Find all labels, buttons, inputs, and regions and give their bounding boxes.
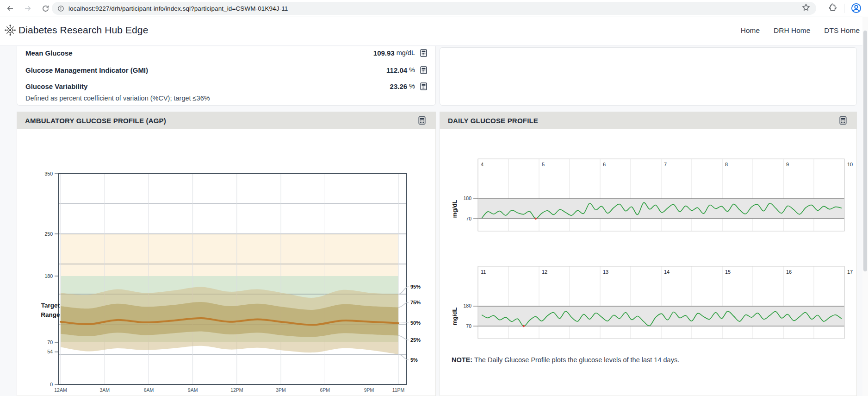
svg-text:4: 4 <box>481 162 484 167</box>
agp-target-range-label: TargetRange <box>41 302 60 318</box>
strip-y-axis: 18070 <box>463 195 478 221</box>
forward-icon[interactable] <box>21 2 34 15</box>
svg-text:5: 5 <box>542 162 545 167</box>
metric-row-gmi: Glucose Management Indicator (GMI) 112.0… <box>25 64 428 76</box>
calculator-icon[interactable] <box>419 66 428 75</box>
strip-low-glucose-marker <box>523 325 525 327</box>
calculator-icon[interactable] <box>417 116 427 125</box>
svg-text:10: 10 <box>847 162 853 167</box>
extensions-icon[interactable] <box>828 3 837 12</box>
svg-text:180: 180 <box>463 303 471 308</box>
metric-unit: % <box>409 82 415 90</box>
glucose-metrics-card: Mean Glucose 109.93 mg/dL Glucose Manage… <box>17 46 436 106</box>
svg-text:180: 180 <box>463 195 471 201</box>
page-scrollbar[interactable] <box>862 17 868 396</box>
nav-home[interactable]: Home <box>741 26 760 35</box>
site-header: Diabetes Research Hub Edge Home DRH Home… <box>0 17 868 45</box>
bookmark-star-icon[interactable] <box>801 3 811 12</box>
svg-text:180: 180 <box>44 273 53 279</box>
metric-unit: mg/dL <box>397 49 415 57</box>
svg-text:9AM: 9AM <box>188 387 198 393</box>
svg-text:9PM: 9PM <box>364 387 374 393</box>
metric-value: 112.04 <box>386 66 407 74</box>
svg-text:8: 8 <box>725 162 728 167</box>
agp-band-25-75 <box>61 302 398 337</box>
agp-y-axis-labels: 35025018070540 <box>44 171 58 387</box>
svg-text:250: 250 <box>44 231 53 237</box>
site-info-icon[interactable] <box>57 5 64 12</box>
daily-note: NOTE: The Daily Glucose Profile plots th… <box>452 356 679 364</box>
metric-label: Mean Glucose <box>25 49 73 57</box>
svg-text:70: 70 <box>47 339 53 345</box>
agp-section-body: 3502501807054012AM3AM6AM9AM12PM3PM6PM9PM… <box>17 129 436 396</box>
svg-text:11: 11 <box>481 269 486 275</box>
svg-text:11PM: 11PM <box>392 387 405 393</box>
svg-text:350: 350 <box>44 171 53 176</box>
svg-text:17: 17 <box>847 269 853 275</box>
toolbar-divider <box>844 4 844 13</box>
metric-unit: % <box>409 66 415 74</box>
daily-section-title: DAILY GLUCOSE PROFILE <box>448 117 538 125</box>
svg-text:3AM: 3AM <box>99 387 110 393</box>
strip-y-axis-title: mg/dL <box>451 200 458 218</box>
daily-section-body: 4567891018070mg/dL 1112131415161718070mg… <box>440 129 857 396</box>
metric-label: Glucose Management Indicator (GMI) <box>25 66 148 74</box>
svg-text:14: 14 <box>664 269 670 275</box>
strip-gridlines: 11121314151617 <box>478 266 853 339</box>
svg-text:12AM: 12AM <box>54 387 67 393</box>
variability-footnote: Defined as percent coefficient of variat… <box>25 94 210 102</box>
main-nav: Home DRH Home DTS Home <box>741 26 860 35</box>
scrollbar-thumb[interactable] <box>863 31 867 271</box>
svg-text:Target: Target <box>41 302 60 309</box>
metric-label: Glucose Variability <box>25 82 87 90</box>
agp-percentile-labels: 95%75%50%25%5% <box>398 284 421 363</box>
daily-section-header: DAILY GLUCOSE PROFILE <box>440 112 857 129</box>
address-bar[interactable]: localhost:9227/drh/participant-info/inde… <box>52 2 816 15</box>
svg-text:75%: 75% <box>410 300 421 305</box>
daily-strip-1-chart: 4567891018070mg/dL <box>445 155 857 235</box>
svg-text:Range: Range <box>41 311 60 318</box>
metric-value: 109.93 <box>373 49 395 57</box>
daily-note-label: NOTE: <box>452 356 472 364</box>
nav-drh-home[interactable]: DRH Home <box>774 26 810 35</box>
agp-section-header: AMBULATORY GLUCOSE PROFILE (AGP) <box>17 112 436 129</box>
agp-section: AMBULATORY GLUCOSE PROFILE (AGP) 3502501… <box>17 112 436 396</box>
svg-text:95%: 95% <box>410 284 421 289</box>
metric-row-mean-glucose: Mean Glucose 109.93 mg/dL <box>25 47 428 59</box>
calculator-icon[interactable] <box>838 116 848 125</box>
svg-text:16: 16 <box>786 269 792 275</box>
daily-strip-2-chart: 1112131415161718070mg/dL <box>445 263 857 342</box>
svg-text:0: 0 <box>50 382 53 387</box>
svg-text:70: 70 <box>466 216 471 221</box>
url-text[interactable]: localhost:9227/drh/participant-info/inde… <box>68 5 288 12</box>
svg-text:5%: 5% <box>410 357 418 363</box>
agp-x-axis-labels: 12AM3AM6AM9AM12PM3PM6PM9PM11PM <box>54 387 404 393</box>
back-icon[interactable] <box>4 2 17 15</box>
nav-dts-home[interactable]: DTS Home <box>824 26 860 35</box>
svg-text:13: 13 <box>603 269 608 275</box>
calculator-icon[interactable] <box>419 49 428 57</box>
svg-text:25%: 25% <box>410 337 421 343</box>
agp-chart: 3502501807054012AM3AM6AM9AM12PM3PM6PM9PM… <box>19 150 426 396</box>
svg-text:7: 7 <box>664 162 667 167</box>
svg-text:3PM: 3PM <box>276 387 286 393</box>
svg-text:50%: 50% <box>410 320 421 326</box>
reload-icon[interactable] <box>39 2 52 15</box>
svg-text:12: 12 <box>542 269 547 275</box>
calculator-icon[interactable] <box>419 82 428 91</box>
strip-gridlines: 45678910 <box>478 159 853 231</box>
strip-low-glucose-marker <box>535 218 537 220</box>
page-title: Diabetes Research Hub Edge <box>19 25 148 36</box>
strip-y-axis-title: mg/dL <box>451 307 458 325</box>
daily-note-text: The Daily Glucose Profile plots the gluc… <box>474 356 679 364</box>
app-logo-microbe-icon <box>4 23 16 37</box>
svg-text:6AM: 6AM <box>144 387 154 393</box>
profile-avatar-icon[interactable] <box>850 2 862 14</box>
svg-text:12PM: 12PM <box>230 387 243 393</box>
svg-text:9: 9 <box>786 162 789 167</box>
metric-row-glucose-variability: Glucose Variability 23.26 % <box>25 80 428 92</box>
svg-text:6: 6 <box>603 162 606 167</box>
agp-section-title: AMBULATORY GLUCOSE PROFILE (AGP) <box>25 117 166 125</box>
svg-text:70: 70 <box>466 323 471 329</box>
page-content: Mean Glucose 109.93 mg/dL Glucose Manage… <box>0 45 868 396</box>
